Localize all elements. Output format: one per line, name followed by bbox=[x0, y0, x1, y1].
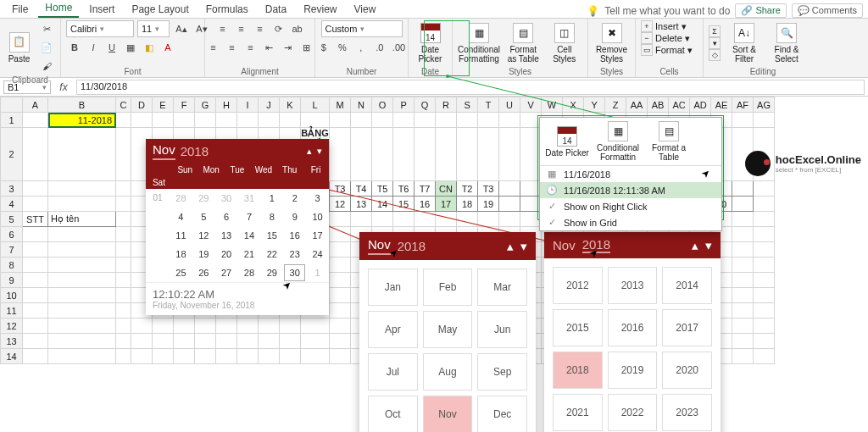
calendar-prev-button[interactable]: ▴ bbox=[307, 146, 312, 157]
cell[interactable] bbox=[478, 212, 499, 227]
year-cell[interactable]: 2015 bbox=[553, 309, 603, 346]
cell[interactable] bbox=[301, 113, 330, 128]
cell[interactable]: T3 bbox=[478, 181, 499, 197]
column-header[interactable]: AD bbox=[690, 97, 711, 113]
cell[interactable] bbox=[372, 212, 393, 227]
row-header[interactable]: 14 bbox=[1, 349, 23, 364]
tell-me[interactable]: Tell me what you want to do bbox=[604, 5, 730, 17]
cell[interactable] bbox=[520, 197, 542, 212]
dp-cond-format-button[interactable]: ▦Conditional Formattin bbox=[594, 121, 642, 162]
fill-button[interactable]: ▾ bbox=[709, 37, 721, 49]
column-header[interactable]: M bbox=[330, 97, 351, 113]
day-cell[interactable]: 1 bbox=[260, 189, 283, 208]
cell[interactable] bbox=[732, 349, 754, 364]
paste-button[interactable]: 📋Paste bbox=[5, 32, 33, 64]
year-cell[interactable]: 2020 bbox=[662, 352, 712, 389]
cell[interactable] bbox=[754, 303, 775, 318]
cell[interactable]: 15 bbox=[393, 197, 415, 212]
cell[interactable] bbox=[48, 242, 116, 258]
day-cell[interactable]: 30 bbox=[283, 263, 306, 282]
cell[interactable] bbox=[457, 212, 478, 227]
cell[interactable] bbox=[116, 273, 131, 288]
cell[interactable] bbox=[499, 181, 520, 197]
column-header[interactable]: Y bbox=[584, 97, 605, 113]
cell[interactable] bbox=[23, 197, 48, 212]
column-header[interactable]: S bbox=[457, 97, 478, 113]
cell[interactable]: 19 bbox=[478, 197, 499, 212]
column-header[interactable]: F bbox=[174, 97, 195, 113]
year-cell[interactable]: 2019 bbox=[608, 352, 658, 389]
cell[interactable] bbox=[116, 349, 131, 364]
cell[interactable] bbox=[174, 318, 195, 334]
cell[interactable] bbox=[520, 212, 542, 227]
month-cell[interactable]: Jan bbox=[368, 269, 418, 306]
cell[interactable] bbox=[23, 258, 48, 273]
cell[interactable] bbox=[195, 318, 216, 334]
cell[interactable] bbox=[330, 334, 351, 349]
align-left-button[interactable]: ≡ bbox=[205, 39, 222, 56]
day-cell[interactable]: 18 bbox=[170, 245, 192, 263]
column-header[interactable]: AG bbox=[754, 97, 775, 113]
month-cell[interactable]: Dec bbox=[477, 396, 527, 432]
cell[interactable]: 13 bbox=[351, 197, 372, 212]
cell[interactable] bbox=[732, 258, 754, 273]
align-top-button[interactable]: ≡ bbox=[214, 20, 231, 37]
comments-button[interactable]: 💬 Comments bbox=[792, 3, 863, 18]
formula-input[interactable]: 11/30/2018 bbox=[76, 80, 865, 95]
column-header[interactable]: Q bbox=[415, 97, 436, 113]
cell[interactable] bbox=[754, 258, 775, 273]
wrap-text-button[interactable]: ab bbox=[289, 20, 306, 37]
tab-home[interactable]: Home bbox=[38, 0, 79, 18]
tab-data[interactable]: Data bbox=[259, 1, 293, 18]
cell[interactable] bbox=[330, 258, 351, 273]
cell[interactable]: 17 bbox=[436, 197, 457, 212]
cell[interactable] bbox=[754, 242, 775, 258]
year-cell[interactable]: 2021 bbox=[553, 394, 603, 431]
column-header[interactable]: P bbox=[393, 97, 415, 113]
cell[interactable] bbox=[754, 197, 775, 212]
cell[interactable]: 14 bbox=[372, 197, 393, 212]
cell[interactable] bbox=[520, 113, 542, 128]
cell[interactable] bbox=[330, 227, 351, 242]
cell[interactable] bbox=[23, 113, 48, 128]
year-cell[interactable]: 2013 bbox=[608, 267, 658, 304]
month-cell[interactable]: Jul bbox=[368, 353, 418, 390]
tab-formulas[interactable]: Formulas bbox=[199, 1, 255, 18]
tab-review[interactable]: Review bbox=[297, 1, 343, 18]
cell[interactable] bbox=[520, 128, 542, 181]
bold-button[interactable]: B bbox=[66, 39, 83, 56]
column-header[interactable]: E bbox=[153, 97, 174, 113]
cell[interactable]: 18 bbox=[457, 197, 478, 212]
cell[interactable] bbox=[23, 242, 48, 258]
row-header[interactable]: 8 bbox=[1, 258, 23, 273]
cell[interactable] bbox=[754, 349, 775, 364]
month-picker-year[interactable]: 2018 bbox=[398, 239, 426, 253]
cell[interactable] bbox=[732, 242, 754, 258]
cell[interactable]: T6 bbox=[393, 181, 415, 197]
column-header[interactable]: AF bbox=[732, 97, 754, 113]
cell[interactable] bbox=[520, 181, 542, 197]
month-cell[interactable]: Sep bbox=[477, 353, 527, 390]
day-cell[interactable]: 7 bbox=[238, 208, 261, 226]
month-cell[interactable]: Jun bbox=[477, 311, 527, 348]
day-cell[interactable]: 12 bbox=[192, 226, 215, 245]
comma-button[interactable]: , bbox=[353, 39, 370, 56]
cell[interactable]: 11-2018 bbox=[48, 113, 116, 128]
fx-button[interactable]: fx bbox=[54, 81, 73, 93]
cell[interactable]: CN bbox=[436, 181, 457, 197]
column-header[interactable]: V bbox=[520, 97, 542, 113]
cell[interactable] bbox=[216, 349, 237, 364]
row-header[interactable]: 3 bbox=[1, 181, 23, 197]
month-cell[interactable]: Feb bbox=[423, 269, 473, 306]
column-header[interactable]: AA bbox=[626, 97, 648, 113]
cell[interactable] bbox=[23, 128, 48, 181]
cell[interactable] bbox=[732, 212, 754, 227]
month-cell[interactable]: May bbox=[423, 311, 473, 348]
column-header[interactable]: D bbox=[131, 97, 153, 113]
cell[interactable] bbox=[280, 334, 301, 349]
cell[interactable]: T4 bbox=[351, 181, 372, 197]
cell[interactable] bbox=[174, 113, 195, 128]
day-cell[interactable]: 22 bbox=[260, 245, 283, 263]
cell[interactable] bbox=[478, 128, 499, 181]
cell[interactable] bbox=[330, 303, 351, 318]
